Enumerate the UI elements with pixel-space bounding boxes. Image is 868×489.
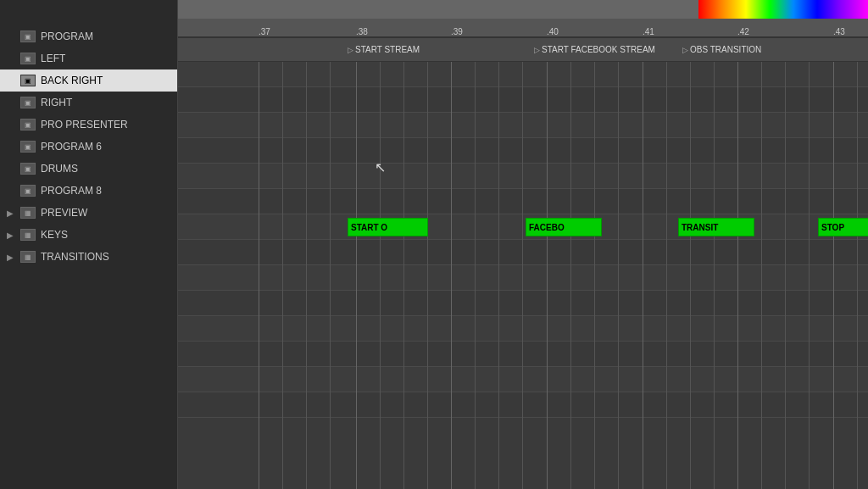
- v-subline-42-3: [809, 62, 810, 489]
- v-subline-38-2: [403, 62, 404, 489]
- item-icon-transitions: ▦: [20, 251, 36, 263]
- item-icon-pro-presenter: ▣: [20, 119, 36, 131]
- sidebar-label-pro-presenter: PRO PRESENTER: [41, 119, 128, 131]
- v-subline-37-2: [306, 62, 307, 489]
- v-subline-38-1: [380, 62, 381, 489]
- item-icon-back-right: ▣: [20, 75, 36, 86]
- v-subline-40-1: [570, 62, 571, 489]
- item-icon-preview: ▦: [20, 207, 36, 219]
- timeline-grid[interactable]: START OFACEBOTRANSITSTOP ↖: [178, 62, 868, 489]
- sidebar-label-program: PROGRAM: [41, 31, 93, 42]
- v-subline-39-1: [475, 62, 476, 489]
- v-subline-41-1: [666, 62, 667, 489]
- ruler-mark-37: .37: [259, 27, 270, 36]
- sidebar-item-program[interactable]: ▣PROGRAM: [0, 25, 177, 47]
- item-icon-program6: ▣: [20, 141, 36, 153]
- v-subline-39-3: [522, 62, 523, 489]
- item-icon-right: ▣: [20, 97, 36, 108]
- ruler-mark-38: .38: [356, 27, 368, 36]
- v-subline-42-2: [785, 62, 786, 489]
- sidebar-item-preview[interactable]: ▶▦PREVIEW: [0, 202, 177, 224]
- event-block-stop[interactable]: STOP: [818, 218, 868, 236]
- sidebar-label-back-right: BACK RIGHT: [41, 75, 103, 86]
- v-subline-38-3: [427, 62, 428, 489]
- sidebar-label-program8: PROGRAM 8: [41, 185, 102, 197]
- event-block-transit[interactable]: TRANSIT: [678, 218, 754, 236]
- ruler-bar: [178, 0, 868, 19]
- cue-marker-obs-transition: OBS TRANSITION: [682, 45, 761, 54]
- v-line-38: [356, 62, 357, 489]
- v-subline-37-1: [282, 62, 283, 489]
- v-subline-39-2: [498, 62, 499, 489]
- v-line-42: [737, 62, 738, 489]
- v-subline-37-3: [330, 62, 331, 489]
- timeline-area: .37.38.39.40.41.42.43 START STREAMSTART …: [178, 0, 868, 489]
- grid-container: START OFACEBOTRANSITSTOP: [178, 62, 868, 489]
- v-subline-41-2: [690, 62, 691, 489]
- ruler-mark-39: .39: [451, 27, 463, 36]
- event-block-facebo[interactable]: FACEBO: [526, 218, 602, 236]
- cue-marker-start-facebook-stream: START FACEBOOK STREAM: [534, 45, 655, 54]
- sidebar: ▣PROGRAM▣LEFT▣BACK RIGHT▣RIGHT▣PRO PRESE…: [0, 0, 178, 489]
- item-icon-program8: ▣: [20, 185, 36, 197]
- sidebar-item-keys[interactable]: ▶▦KEYS: [0, 224, 177, 246]
- item-icon-keys: ▦: [20, 229, 36, 241]
- sidebar-item-transitions[interactable]: ▶▦TRANSITIONS: [0, 246, 177, 268]
- sidebar-item-right[interactable]: ▣RIGHT: [0, 92, 177, 114]
- v-subline-43-1: [857, 62, 858, 489]
- ruler-mark-41: .41: [643, 27, 654, 36]
- sidebar-label-left: LEFT: [41, 53, 65, 64]
- item-icon-drums: ▣: [20, 163, 36, 175]
- sidebar-item-program8[interactable]: ▣PROGRAM 8: [0, 180, 177, 202]
- v-subline-42-1: [761, 62, 762, 489]
- event-block-start-o[interactable]: START O: [348, 218, 428, 236]
- sidebar-item-program6[interactable]: ▣PROGRAM 6: [0, 136, 177, 158]
- v-line-41: [643, 62, 643, 489]
- item-icon-left: ▣: [20, 53, 36, 64]
- cursor-arrow: ↖: [375, 159, 386, 175]
- expand-arrow-preview: ▶: [7, 208, 15, 218]
- v-subline-41-3: [714, 62, 715, 489]
- cue-row: START STREAMSTART FACEBOOK STREAMOBS TRA…: [178, 38, 868, 62]
- sidebar-item-left[interactable]: ▣LEFT: [0, 47, 177, 69]
- color-strip: [698, 0, 868, 19]
- item-icon-program: ▣: [20, 31, 36, 42]
- v-line-40: [547, 62, 548, 489]
- expand-arrow-transitions: ▶: [7, 253, 15, 262]
- sidebar-item-back-right[interactable]: ▣BACK RIGHT: [0, 69, 177, 92]
- v-line-37: [259, 62, 259, 489]
- timeline-header: .37.38.39.40.41.42.43: [178, 0, 868, 38]
- sidebar-label-program6: PROGRAM 6: [41, 141, 102, 153]
- sidebar-label-preview: PREVIEW: [41, 207, 87, 219]
- sidebar-label-transitions: TRANSITIONS: [41, 251, 109, 263]
- cue-marker-start-stream: START STREAM: [348, 45, 420, 54]
- sidebar-label-drums: DRUMS: [41, 163, 78, 175]
- v-subline-40-2: [594, 62, 595, 489]
- ruler-mark-40: .40: [547, 27, 559, 36]
- v-line-43: [833, 62, 834, 489]
- sidebar-label-right: RIGHT: [41, 97, 72, 108]
- expand-arrow-keys: ▶: [7, 231, 15, 240]
- ruler-mark-42: .42: [737, 27, 749, 36]
- sidebar-item-pro-presenter[interactable]: ▣PRO PRESENTER: [0, 114, 177, 136]
- ruler-mark-43: .43: [833, 27, 845, 36]
- v-subline-40-3: [618, 62, 619, 489]
- sidebar-item-drums[interactable]: ▣DRUMS: [0, 158, 177, 180]
- sidebar-label-keys: KEYS: [41, 229, 68, 241]
- v-line-39: [451, 62, 452, 489]
